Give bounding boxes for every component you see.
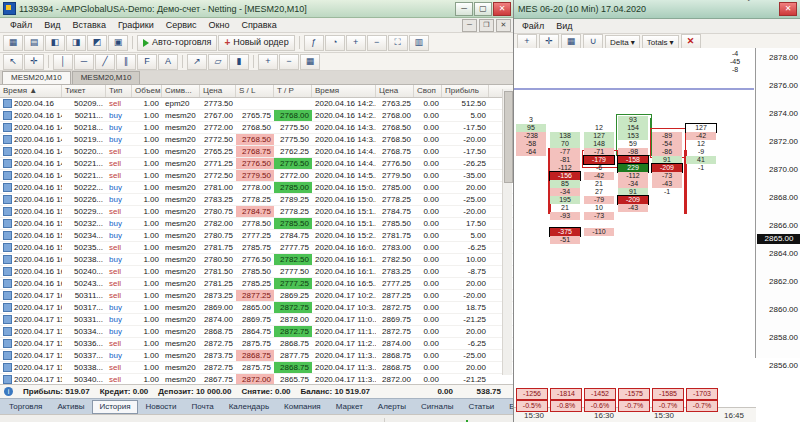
table-row[interactable]: 2020.04.17 11:...50337...buy1.00mesm2028… bbox=[0, 350, 513, 362]
terminal-tab-торговля[interactable]: Торговля bbox=[2, 400, 49, 414]
menu-item-4[interactable]: Графики bbox=[112, 19, 160, 32]
channel-icon[interactable]: ∥ bbox=[116, 54, 136, 70]
mt5-titlebar[interactable]: 1139394 - AMPGlobalUSA-Demo: Демо-счет -… bbox=[0, 0, 513, 18]
menu-item-7[interactable]: Справка bbox=[235, 19, 282, 32]
fullscreen-icon[interactable]: ⛶ bbox=[388, 35, 408, 51]
terminal-tab-история[interactable]: История bbox=[92, 400, 137, 414]
menu-item-1[interactable]: Файл bbox=[4, 19, 38, 32]
zoom-in-icon[interactable]: + bbox=[258, 54, 278, 70]
column-header-4[interactable]: Объем bbox=[132, 85, 162, 97]
column-header-1[interactable]: Время ▲ bbox=[0, 85, 62, 97]
table-row[interactable]: 2020.04.16 15:...50229...sell1.00mesm202… bbox=[0, 206, 513, 218]
column-header-10[interactable]: Цена bbox=[376, 85, 414, 97]
table-row[interactable]: 2020.04.16 16:...50240...sell1.00mesm202… bbox=[0, 266, 513, 278]
column-header-8[interactable]: T / P bbox=[274, 85, 312, 97]
arrow-icon[interactable]: ↗ bbox=[187, 54, 207, 70]
column-header-12[interactable]: Прибыль bbox=[442, 85, 489, 97]
horizontal-line-icon[interactable]: ─ bbox=[74, 54, 94, 70]
shapes-icon[interactable]: ▱ bbox=[208, 54, 228, 70]
zoom-in-icon[interactable]: + bbox=[346, 35, 366, 51]
child-restore-button[interactable]: ❐ bbox=[479, 19, 494, 32]
column-header-3[interactable]: Тип bbox=[106, 85, 132, 97]
data-window-icon[interactable]: ◨ bbox=[66, 35, 86, 51]
candles-icon[interactable]: ▮ bbox=[229, 54, 249, 70]
table-row[interactable]: 2020.04.17 11:...50338...sell1.00mesm202… bbox=[0, 362, 513, 374]
scrollbar-thumb[interactable] bbox=[504, 91, 513, 183]
menu-item-3[interactable]: Вставка bbox=[66, 19, 111, 32]
price-scale[interactable]: 2878.002876.002874.002872.002870.002868.… bbox=[755, 48, 800, 358]
table-row[interactable]: 2020.04.17 11:...50336...sell1.00mesm202… bbox=[0, 338, 513, 350]
terminal-tab-статьи[interactable]: Статьи bbox=[461, 400, 501, 414]
menu-item-2[interactable]: Вид bbox=[38, 19, 66, 32]
table-row[interactable]: 2020.04.16 16:...50238...buy1.00mesm2027… bbox=[0, 254, 513, 266]
trendline-icon[interactable]: ╱ bbox=[95, 54, 115, 70]
column-header-11[interactable]: Своп bbox=[414, 85, 442, 97]
navigator-icon[interactable]: ◩ bbox=[87, 35, 107, 51]
table-row[interactable]: 2020.04.16 14:...50219...buy1.00mesm2027… bbox=[0, 134, 513, 146]
close-button[interactable]: ✕ bbox=[493, 2, 511, 16]
footprint-chart-area[interactable]: 2878.002876.002874.002872.002870.002868.… bbox=[514, 48, 800, 422]
minimize-button[interactable]: ─ bbox=[455, 2, 473, 16]
terminal-tab-новости[interactable]: Новости bbox=[139, 400, 184, 414]
text-icon[interactable]: A bbox=[158, 54, 178, 70]
table-row[interactable]: 2020.04.17 11:...50334...buy1.00mesm2028… bbox=[0, 326, 513, 338]
table-row[interactable]: 2020.04.16 15:...50226...buy1.00mesm2027… bbox=[0, 194, 513, 206]
table-row[interactable]: 2020.04.16 14:...50220...sell1.00mesm202… bbox=[0, 146, 513, 158]
table-row[interactable]: 2020.04.16 15:...50235...sell1.00mesm202… bbox=[0, 242, 513, 254]
table-row[interactable]: 2020.04.17 10:...50311...sell1.00mesm202… bbox=[0, 290, 513, 302]
table-row[interactable]: 2020.04.16 16:...50243...sell1.00mesm202… bbox=[0, 278, 513, 290]
terminal-tab-компания[interactable]: Компания bbox=[277, 400, 328, 414]
table-row[interactable]: 2020.04.16 15:...50234...buy1.00mesm2027… bbox=[0, 230, 513, 242]
terminal-tab-календарь[interactable]: Календарь bbox=[222, 400, 276, 414]
auto-trading-button[interactable]: Авто-торговля bbox=[137, 35, 217, 51]
chart-close-button[interactable]: ✕ bbox=[779, 2, 797, 16]
vertical-line-icon[interactable]: │ bbox=[53, 54, 73, 70]
table-row[interactable]: 2020.04.16 14:...50218...buy1.00mesm2027… bbox=[0, 122, 513, 134]
chart-tab[interactable]: MESM20,M10 bbox=[72, 71, 141, 84]
profiles-icon[interactable]: ▤ bbox=[24, 35, 44, 51]
column-header-9[interactable]: Время bbox=[312, 85, 376, 97]
table-row[interactable]: 2020.04.17 10:...50317...buy1.00mesm2028… bbox=[0, 302, 513, 314]
table-row[interactable]: 2020.04.16 14:...50221...sell1.00mesm202… bbox=[0, 158, 513, 170]
terminal-tab-почта[interactable]: Почта bbox=[184, 400, 220, 414]
tile-icon[interactable]: ▥ bbox=[409, 35, 429, 51]
timeframes-icon[interactable]: ◔ bbox=[325, 35, 345, 51]
chart-menu-item-1[interactable]: Файл bbox=[516, 20, 550, 33]
table-row[interactable]: 2020.04.16 15:...50232...buy1.00mesm2027… bbox=[0, 218, 513, 230]
fibonacci-icon[interactable]: F bbox=[137, 54, 157, 70]
crosshair-icon[interactable]: ✛ bbox=[24, 54, 44, 70]
terminal-tab-сигналы[interactable]: Сигналы bbox=[414, 400, 460, 414]
menu-item-5[interactable]: Сервис bbox=[160, 19, 203, 32]
table-row[interactable]: 2020.04.17 11:...50331...buy1.00mesm2028… bbox=[0, 314, 513, 326]
grid-icon[interactable]: ▦ bbox=[300, 54, 320, 70]
maximize-button[interactable]: ▢ bbox=[474, 2, 492, 16]
table-row[interactable]: 2020.04.16 14:...50221...sell1.00mesm202… bbox=[0, 170, 513, 182]
terminal-icon[interactable]: ▣ bbox=[108, 35, 128, 51]
terminal-tab-активы[interactable]: Активы bbox=[50, 400, 91, 414]
column-header-5[interactable]: Симв... bbox=[162, 85, 200, 97]
status-symbol-info[interactable]: British Pound bbox=[384, 418, 449, 422]
terminal-tab-маркет[interactable]: Маркет bbox=[329, 400, 370, 414]
zoom-out-icon[interactable]: − bbox=[279, 54, 299, 70]
table-row[interactable]: 2020.04.1650209...sell1.00epm202773.5020… bbox=[0, 98, 513, 110]
chart-titlebar[interactable]: MES 06-20 (10 Min) 17.04.2020 ✕ bbox=[514, 0, 800, 19]
market-watch-icon[interactable]: ◧ bbox=[45, 35, 65, 51]
terminal-tab-алерты[interactable]: Алерты bbox=[371, 400, 413, 414]
chart-menu-item-2[interactable]: Вид bbox=[550, 20, 578, 33]
column-header-2[interactable]: Тикет bbox=[62, 85, 106, 97]
menu-item-6[interactable]: Окно bbox=[203, 19, 236, 32]
column-header-6[interactable]: Цена bbox=[200, 85, 236, 97]
child-minimize-button[interactable]: ─ bbox=[462, 19, 477, 32]
vertical-scrollbar[interactable] bbox=[502, 89, 512, 375]
cursor-icon[interactable]: ↖ bbox=[3, 54, 23, 70]
indicators-icon[interactable]: ƒ bbox=[304, 35, 324, 51]
child-close-button[interactable]: ✕ bbox=[496, 19, 511, 32]
new-order-button[interactable]: +Новый ордер bbox=[218, 35, 294, 51]
column-header-7[interactable]: S / L bbox=[236, 85, 274, 97]
table-row[interactable]: 2020.04.16 14:...50211...buy1.00mesm2027… bbox=[0, 110, 513, 122]
zoom-out-icon[interactable]: − bbox=[367, 35, 387, 51]
table-row[interactable]: 2020.04.17 11:...50340...sell1.00mesm202… bbox=[0, 374, 513, 384]
table-row[interactable]: 2020.04.16 15:...50222...buy1.00mesm2027… bbox=[0, 182, 513, 194]
new-chart-icon[interactable]: ▦ bbox=[3, 35, 23, 51]
chart-tab[interactable]: MESM20,M10 bbox=[2, 71, 71, 84]
